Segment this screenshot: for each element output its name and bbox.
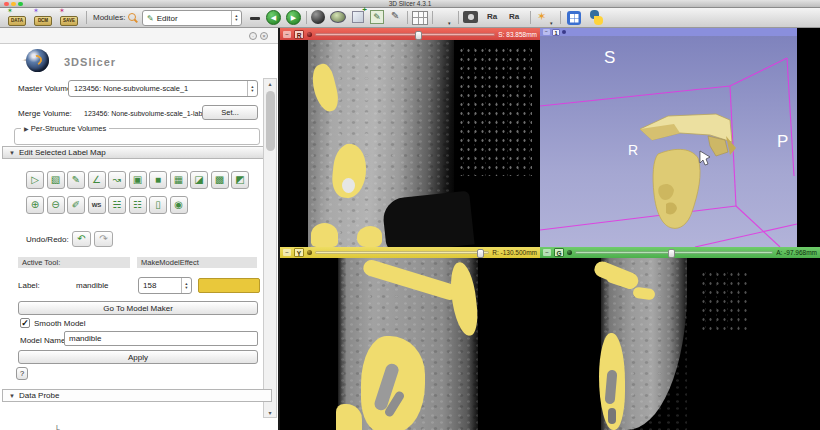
green-slice-view[interactable]: − G A: -97.968mm <box>540 247 820 430</box>
ruler-annotation-icon[interactable]: Ra <box>487 12 497 21</box>
data-probe-section-header[interactable]: ▼Data Probe <box>2 389 272 402</box>
crosshair-icon[interactable]: ✶ <box>537 10 546 22</box>
draw-effect[interactable]: ✎ <box>67 171 85 189</box>
rectangle-effect[interactable]: ▣ <box>129 171 147 189</box>
save-icon: SAVE <box>60 16 78 26</box>
scroll-down-icon[interactable]: ▾ <box>264 409 276 416</box>
python-console-icon[interactable] <box>589 10 604 25</box>
panel-pin-icon[interactable]: · <box>249 32 257 40</box>
mask-effect[interactable]: ▯ <box>149 196 167 214</box>
model-name-input[interactable]: mandible <box>64 331 258 346</box>
threshold-effect[interactable]: ☵ <box>108 196 126 214</box>
red-view-collapse-button[interactable]: − <box>283 31 291 38</box>
change-island-effect[interactable]: ◩ <box>231 171 249 189</box>
panel-scrollbar[interactable]: ▴ ▾ <box>263 78 277 418</box>
red-slice-slider-handle[interactable] <box>415 31 422 40</box>
window-titlebar[interactable]: 3D Slicer 4.3.1 <box>0 0 820 8</box>
editor-pencil-icon: ✎ <box>147 14 154 23</box>
identify-islands-effect[interactable]: ▦ <box>170 171 188 189</box>
paint-effect[interactable]: ▧ <box>47 171 65 189</box>
layout-selector-icon[interactable] <box>412 11 428 25</box>
save-island-effect[interactable]: ◪ <box>190 171 208 189</box>
editor-toolbox-icon[interactable]: ✎ <box>370 10 384 24</box>
pencil-icon[interactable]: ✎ <box>391 10 399 21</box>
save-button[interactable]: ✶ SAVE <box>58 9 80 26</box>
slice-visibility-icon[interactable] <box>330 11 346 23</box>
per-structure-volumes-toggle[interactable]: ▶ Per-Structure Volumes <box>21 124 109 133</box>
yellow-view-collapse-button[interactable]: − <box>283 249 291 256</box>
edit-label-map-section-header[interactable]: ▼Edit Selected Label Map <box>2 146 272 159</box>
fast-marching-effect[interactable]: ☷ <box>129 196 147 214</box>
yellow-slice-view[interactable]: − Y R: -130.500mm <box>280 247 540 430</box>
change-label-effect[interactable]: ■ <box>149 171 167 189</box>
view-3d-sphere-icon[interactable] <box>311 10 325 24</box>
load-dicom-button[interactable]: ✶ DCM <box>32 9 54 26</box>
threeD-view[interactable]: − 1 <box>540 28 797 247</box>
go-to-model-maker-button[interactable]: Go To Model Maker <box>18 301 258 315</box>
back-button[interactable]: ◀ <box>266 10 281 25</box>
help-button[interactable]: ? <box>16 367 28 380</box>
threeD-view-pin-icon[interactable] <box>562 30 566 34</box>
module-history-icon[interactable] <box>250 17 260 20</box>
green-slice-slider[interactable] <box>575 251 773 254</box>
set-merge-volume-button[interactable]: Set... <box>202 105 258 120</box>
label-number-spinbox[interactable]: 158 ▴▾ <box>138 277 192 294</box>
green-slice-image[interactable] <box>540 258 820 430</box>
extension-manager-icon[interactable] <box>567 11 581 25</box>
threeD-scene[interactable]: S R P <box>540 36 797 247</box>
red-slice-image[interactable] <box>280 40 540 247</box>
module-selector-stepper[interactable]: ▴▾ <box>231 11 241 25</box>
green-view-collapse-button[interactable]: − <box>543 249 551 256</box>
ruler-annotation-dropdown-icon[interactable]: Ra <box>509 12 519 21</box>
watershed-effect[interactable]: WS <box>88 196 106 214</box>
red-slice-view[interactable]: − R S: 83.858mm <box>280 28 540 247</box>
mouse-mode-dropdown-icon[interactable]: ▾ <box>448 20 451 26</box>
segmentation-hole <box>342 178 355 193</box>
crosshair-dropdown-icon[interactable]: ▾ <box>550 20 553 26</box>
default-tool[interactable]: ▷ <box>26 171 44 189</box>
master-volume-value: 123456: None-subvolume-scale_1 <box>69 84 247 93</box>
green-view-letter-button[interactable]: G <box>554 248 564 257</box>
module-search-icon[interactable] <box>128 13 136 21</box>
grow-cut-effect[interactable]: ✐ <box>67 196 85 214</box>
yellow-view-letter-button[interactable]: Y <box>294 248 304 257</box>
threeD-view-collapse-button[interactable]: − <box>543 29 550 35</box>
load-data-button[interactable]: ✶ DATA <box>6 9 28 26</box>
red-slice-slider[interactable] <box>315 33 495 36</box>
green-slice-slider-handle[interactable] <box>668 249 675 258</box>
green-view-pin-icon[interactable] <box>567 250 572 255</box>
undo-button[interactable]: ↶ <box>72 231 91 247</box>
label-color-swatch[interactable] <box>198 278 260 293</box>
mouse-mode-pin-icon[interactable] <box>438 10 446 24</box>
forward-button[interactable]: ▶ <box>286 10 301 25</box>
apply-button[interactable]: Apply <box>18 350 258 364</box>
master-volume-selector[interactable]: 123456: None-subvolume-scale_1 ▴▾ <box>68 80 258 97</box>
label-number-stepper[interactable]: ▴▾ <box>181 278 191 293</box>
red-view-letter-button[interactable]: R <box>294 30 304 39</box>
redo-button[interactable]: ↷ <box>94 231 113 247</box>
remove-islands-effect[interactable]: ▩ <box>211 171 229 189</box>
yellow-view-pin-icon[interactable] <box>307 250 312 255</box>
per-structure-volumes-group: ▶ Per-Structure Volumes <box>14 128 260 145</box>
scroll-up-icon[interactable]: ▴ <box>264 80 276 87</box>
scrollbar-thumb[interactable] <box>266 91 275 151</box>
yellow-slice-slider[interactable] <box>315 251 489 254</box>
red-view-pin-icon[interactable] <box>307 32 312 37</box>
erode-effect[interactable]: ⊕ <box>26 196 44 214</box>
dilate-effect[interactable]: ⊖ <box>47 196 65 214</box>
slicer-logo-text: 3DSlicer <box>64 56 116 68</box>
screenshot-icon[interactable] <box>463 11 478 23</box>
yellow-slice-image[interactable] <box>280 258 540 430</box>
module-selector[interactable]: ✎ Editor ▴▾ <box>142 10 242 26</box>
wand-effect[interactable]: ↝ <box>108 171 126 189</box>
yellow-slice-slider-handle[interactable] <box>477 249 484 258</box>
make-model-effect[interactable]: ◉ <box>170 196 188 214</box>
smooth-model-checkbox[interactable]: ✓ <box>20 318 30 328</box>
master-volume-stepper[interactable]: ▴▾ <box>247 81 257 96</box>
level-tracing-effect[interactable]: ∠ <box>88 171 106 189</box>
toolbar-separator <box>432 11 433 24</box>
add-volume-icon[interactable] <box>352 11 364 23</box>
panel-close-icon[interactable]: × <box>260 32 268 40</box>
threeD-view-id-button[interactable]: 1 <box>552 29 560 36</box>
undo-redo-label: Undo/Redo: <box>26 235 69 244</box>
